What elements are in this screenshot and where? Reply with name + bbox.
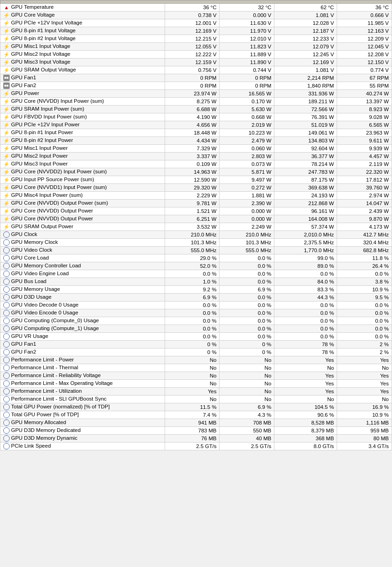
row-value: 2.479 W bbox=[220, 137, 274, 145]
row-value: 4.190 W bbox=[165, 113, 220, 121]
row-value: 0 % bbox=[220, 341, 274, 348]
row-label: ⚡GPU SRAM Output Voltage bbox=[0, 66, 165, 74]
table-row: ⚡GPU 8-pin #1 Input Voltage12.169 V11.97… bbox=[0, 27, 392, 35]
row-value: Yes bbox=[274, 388, 337, 396]
row-value: 369.638 W bbox=[274, 184, 337, 192]
row-value: 0 % bbox=[165, 348, 220, 356]
row-value: 0.0 % bbox=[165, 333, 220, 341]
row-value: 0.0 % bbox=[165, 325, 220, 333]
row-value: Yes bbox=[337, 372, 392, 380]
row-value: 11.630 V bbox=[220, 19, 274, 27]
row-value: 0.0 % bbox=[274, 301, 337, 309]
row-value: 12.055 V bbox=[165, 43, 220, 51]
row-value: 0.738 V bbox=[165, 12, 220, 19]
row-value: 78.214 W bbox=[274, 160, 337, 168]
row-value: 6.9 % bbox=[220, 286, 274, 294]
row-value: 0.668 W bbox=[220, 113, 274, 121]
row-value: 0.0 % bbox=[337, 333, 392, 341]
row-value: 10.223 W bbox=[220, 129, 274, 137]
row-value: 3.8 % bbox=[337, 278, 392, 286]
row-value: No bbox=[165, 372, 220, 380]
row-value: 2,375.5 MHz bbox=[274, 239, 337, 247]
table-row: Performance Limit - SLI GPUBoost SyncNoN… bbox=[0, 396, 392, 403]
table-row: GPU Fan20 %0 %78 %2 % bbox=[0, 348, 392, 356]
table-row: ⚡GPU Core (NVVDD) Output Power1.521 W0.0… bbox=[0, 207, 392, 215]
row-value: 210.0 MHz bbox=[220, 231, 274, 239]
table-row: ⚡GPU PCIe +12V Input Power4.656 W2.019 W… bbox=[0, 121, 392, 129]
row-value: 0.073 W bbox=[220, 160, 274, 168]
row-label: Performance Limit - Reliability Voltage bbox=[0, 372, 165, 380]
table-row: ⚡GPU 8-pin #2 Input Voltage12.215 V12.01… bbox=[0, 35, 392, 43]
row-label: ⚡GPU Misc1 Input Voltage bbox=[0, 43, 165, 51]
row-label: ⚡GPU Core (NVVDD) Output Power bbox=[0, 215, 165, 223]
row-value: 0.0 % bbox=[337, 317, 392, 325]
row-value: 1.081 V bbox=[274, 66, 337, 74]
row-value: 0.0 % bbox=[220, 325, 274, 333]
row-value: 0.0 % bbox=[274, 333, 337, 341]
row-value: 10.9 % bbox=[337, 411, 392, 419]
row-label: Performance Limit - Utilization bbox=[0, 388, 165, 396]
row-value: 12.222 V bbox=[165, 51, 220, 59]
row-value: 78 % bbox=[274, 348, 337, 356]
table-row: ⚡GPU 8-pin #1 Input Power18.448 W10.223 … bbox=[0, 129, 392, 137]
row-value: 1,770.0 MHz bbox=[274, 247, 337, 254]
row-value: 0 RPM bbox=[165, 74, 220, 82]
row-value: 0.170 W bbox=[220, 98, 274, 106]
row-value: 3.337 W bbox=[165, 153, 220, 160]
table-row: Total GPU Power [% of TDP]7.4 %4.3 %90.6… bbox=[0, 411, 392, 419]
header-row bbox=[0, 0, 392, 4]
row-value: No bbox=[220, 356, 274, 364]
row-value: 0.0 % bbox=[337, 270, 392, 278]
table-row: GPU VR Usage0.0 %0.0 %0.0 %0.0 % bbox=[0, 333, 392, 341]
table-row: ⚡GPU SRAM Input Power (sum)6.688 W5.630 … bbox=[0, 106, 392, 113]
row-value: 320.4 MHz bbox=[337, 239, 392, 247]
row-label: ⚡GPU Misc2 Input Power bbox=[0, 153, 165, 160]
table-row: GPU Bus Load1.0 %0.0 %84.0 %3.8 % bbox=[0, 278, 392, 286]
row-value: Yes bbox=[274, 380, 337, 388]
row-label: GPU Video Clock bbox=[0, 247, 165, 254]
row-value: 1,840 RPM bbox=[274, 82, 337, 90]
table-row: GPU D3D Memory Dynamic76 MB40 MB368 MB80… bbox=[0, 435, 392, 443]
row-value: 16.565 W bbox=[220, 90, 274, 98]
row-value: 104.5 % bbox=[274, 403, 337, 411]
row-label: Performance Limit - Thermal bbox=[0, 364, 165, 372]
row-label: GPU Video Decode 0 Usage bbox=[0, 301, 165, 309]
row-value: 783 MB bbox=[165, 427, 220, 435]
row-value: 36 °C bbox=[337, 4, 392, 12]
row-label: GPU VR Usage bbox=[0, 333, 165, 341]
row-value: 52.0 % bbox=[165, 262, 220, 270]
table-row: ⚡GPU FBVDD Input Power (sum)4.190 W0.668… bbox=[0, 113, 392, 121]
gpu-stats-table: ▲GPU Temperature36 °C32 °C62 °C36 °C⚡GPU… bbox=[0, 0, 392, 450]
table-row: Performance Limit - Max Operating Voltag… bbox=[0, 380, 392, 388]
row-value: 0.109 W bbox=[165, 160, 220, 168]
row-value: 0 RPM bbox=[220, 74, 274, 82]
row-value: 6.688 W bbox=[165, 106, 220, 113]
row-value: 0.0 % bbox=[165, 309, 220, 317]
row-value: 11.985 V bbox=[337, 19, 392, 27]
row-value: 0.0 % bbox=[165, 317, 220, 325]
row-label: ⚡GPU Core (NVVDD) Output Power (sum) bbox=[0, 200, 165, 207]
row-value: 2.249 W bbox=[220, 223, 274, 231]
row-label: GPU D3D Memory Dynamic bbox=[0, 435, 165, 443]
row-label: ⚡GPU Core (NVVDD) Input Power (sum) bbox=[0, 98, 165, 106]
row-value: 12.150 V bbox=[337, 59, 392, 66]
row-value: 51.019 W bbox=[274, 121, 337, 129]
table-row: ⚡GPU 8-pin #2 Input Power4.434 W2.479 W1… bbox=[0, 137, 392, 145]
row-value: 0.060 W bbox=[220, 145, 274, 153]
row-label: GPU D3D Usage bbox=[0, 294, 165, 301]
row-label: ▲GPU Temperature bbox=[0, 4, 165, 12]
row-label: GPU Fan1 bbox=[0, 341, 165, 348]
row-value: 76 MB bbox=[165, 435, 220, 443]
row-label: ⚡GPU PCIe +12V Input Voltage bbox=[0, 19, 165, 27]
row-value: 6.9 % bbox=[220, 403, 274, 411]
row-label: ⚡GPU Misc2 Input Voltage bbox=[0, 51, 165, 59]
row-value: 8.923 W bbox=[337, 106, 392, 113]
row-label: GPU Fan2 bbox=[0, 348, 165, 356]
row-label: GPU Computing (Compute_0) Usage bbox=[0, 317, 165, 325]
row-value: 4.3 % bbox=[220, 411, 274, 419]
row-value: 4.434 W bbox=[165, 137, 220, 145]
main-container: ▲GPU Temperature36 °C32 °C62 °C36 °C⚡GPU… bbox=[0, 0, 392, 450]
row-value: 0 % bbox=[220, 348, 274, 356]
row-value: 0.000 V bbox=[220, 12, 274, 19]
row-value: 247.783 W bbox=[274, 168, 337, 176]
